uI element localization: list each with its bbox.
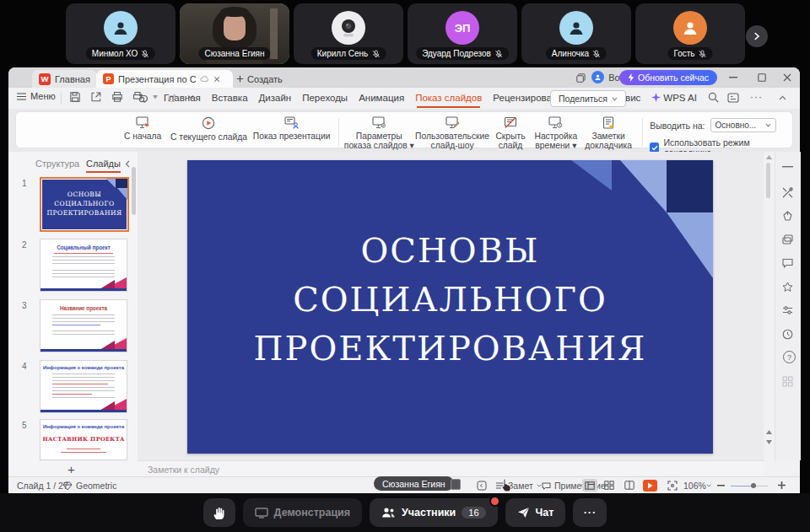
slide-number: 5 bbox=[22, 421, 27, 430]
zoom-out-icon[interactable] bbox=[717, 485, 725, 486]
menu-animation[interactable]: Анимация bbox=[359, 93, 404, 103]
main-menu-button[interactable]: Меню bbox=[17, 91, 56, 101]
tab-document[interactable]: P Презентация по Социальн bbox=[96, 70, 233, 88]
ribbon-show-presentation[interactable]: Показ презентации bbox=[251, 116, 333, 141]
more-options-button[interactable]: ··· bbox=[573, 498, 607, 527]
zoom-dropdown-icon[interactable] bbox=[706, 484, 711, 487]
save-icon[interactable] bbox=[69, 91, 81, 103]
wps-office-window: W Главная P Презентация по Социальн Созд… bbox=[8, 67, 800, 493]
close-window-icon[interactable] bbox=[783, 73, 791, 82]
next-slide-icon[interactable] bbox=[766, 440, 772, 444]
collapse-panel-icon[interactable] bbox=[125, 160, 130, 168]
panel-scrollbar[interactable] bbox=[132, 167, 136, 215]
sidebar-toggle-icon[interactable] bbox=[477, 481, 487, 491]
settings-sliders-icon[interactable] bbox=[782, 305, 793, 315]
menu-transitions[interactable]: Переходы bbox=[302, 93, 348, 103]
slide-thumbnail-3[interactable]: Название проекта bbox=[40, 299, 127, 352]
participant-tile-active-speaker[interactable]: Сюзанна Егиян bbox=[180, 3, 289, 64]
thumb-title: Название проекта bbox=[40, 305, 127, 311]
design-tools-icon[interactable] bbox=[782, 211, 793, 222]
output-monitor-select[interactable]: Основно... bbox=[710, 118, 776, 132]
participant-tile[interactable]: Алиночка bbox=[521, 3, 631, 64]
collapse-ribbon-icon[interactable] bbox=[779, 95, 786, 100]
next-participants-button[interactable] bbox=[746, 25, 768, 47]
undo-icon[interactable] bbox=[137, 91, 149, 103]
zoom-slider[interactable] bbox=[731, 486, 768, 487]
ribbon-slideshow-options[interactable]: Параметрыпоказа слайдов ▾ bbox=[344, 116, 414, 150]
share-button[interactable]: Поделиться bbox=[550, 90, 626, 107]
slide-thumbnail-4[interactable]: Информация о команде проекта bbox=[40, 360, 127, 413]
undo-dropdown-icon[interactable] bbox=[153, 95, 158, 99]
ribbon-hide-slide[interactable]: Скрытьслайд bbox=[490, 116, 530, 150]
ribbon-from-current[interactable]: С текущего слайда bbox=[167, 116, 250, 142]
chat-button[interactable]: Чат bbox=[505, 498, 566, 527]
close-tab-icon[interactable] bbox=[213, 76, 220, 83]
upgrade-button[interactable]: Обновить сейчас bbox=[619, 70, 717, 85]
slide-sorter-view-icon[interactable] bbox=[604, 481, 614, 490]
add-slide-button[interactable]: + bbox=[68, 462, 75, 476]
raise-hand-button[interactable] bbox=[203, 498, 235, 527]
fit-window-icon[interactable] bbox=[667, 481, 678, 491]
menu-wps-ai[interactable]: WPS AI bbox=[651, 93, 697, 103]
slide-canvas[interactable]: ОСНОВЫ СОЦИАЛЬНОГО ПРОЕКТИРОВАНИЯ bbox=[187, 160, 713, 454]
participants-button[interactable]: Участники 16 bbox=[370, 498, 497, 527]
menu-slideshow-active[interactable]: Показ слайдов bbox=[415, 93, 482, 103]
editor-scrollbar[interactable] bbox=[765, 152, 772, 460]
zoom-in-icon[interactable] bbox=[778, 481, 786, 489]
presentation-logo: P bbox=[103, 73, 114, 84]
export-icon[interactable] bbox=[90, 91, 102, 103]
notes-bar[interactable]: Заметки к слайду bbox=[138, 460, 764, 477]
participant-tile[interactable]: Гость bbox=[635, 3, 745, 64]
theme-icon[interactable] bbox=[62, 481, 73, 491]
menu-label: Меню bbox=[30, 91, 56, 101]
ribbon-speaker-notes[interactable]: Заметкидокладчика bbox=[581, 116, 635, 150]
help-icon[interactable]: ? bbox=[783, 351, 796, 363]
menu-insert[interactable]: Вставка bbox=[212, 93, 248, 103]
screen-share-button[interactable]: Демонстрация bbox=[243, 498, 362, 527]
menu-home[interactable]: Главная bbox=[164, 93, 201, 103]
zoom-slider-handle[interactable] bbox=[751, 483, 756, 488]
slide-thumbnail-2[interactable]: Социальный проект bbox=[40, 239, 127, 292]
prev-slide-icon[interactable] bbox=[766, 430, 772, 434]
reading-view-icon[interactable] bbox=[624, 481, 634, 490]
share-label: Поделиться bbox=[559, 94, 608, 104]
ribbon-from-beginning[interactable]: С начала bbox=[118, 116, 168, 141]
participant-tile[interactable]: Минмол ХО bbox=[66, 3, 176, 64]
chevron-down-icon bbox=[537, 484, 542, 487]
avatar-initials: ЭП bbox=[446, 11, 479, 45]
favorites-icon[interactable] bbox=[782, 282, 793, 293]
animation-pane-icon[interactable] bbox=[782, 187, 793, 198]
screen-record-icon[interactable] bbox=[727, 93, 739, 103]
tab-wps-home[interactable]: W Главная bbox=[32, 70, 97, 88]
search-icon[interactable] bbox=[708, 92, 719, 103]
menu-design[interactable]: Дизайн bbox=[259, 93, 292, 103]
tab-slides[interactable]: Слайды bbox=[86, 159, 121, 173]
view-normal-button[interactable] bbox=[582, 479, 597, 492]
comments-icon[interactable] bbox=[782, 258, 793, 268]
slideshow-play-button[interactable] bbox=[643, 480, 657, 492]
scroll-up-icon[interactable] bbox=[766, 155, 772, 159]
restore-icon[interactable] bbox=[758, 73, 766, 82]
ribbon-custom-slideshow[interactable]: Пользовательскиеслайд-шоу bbox=[414, 116, 491, 150]
more-tools-button[interactable]: ··· bbox=[750, 91, 763, 103]
window-switch-icon[interactable] bbox=[576, 73, 586, 83]
layers-icon[interactable] bbox=[782, 234, 793, 245]
mic-muted-icon bbox=[699, 50, 707, 58]
scrollbar-thumb[interactable] bbox=[766, 163, 770, 198]
ribbon-rehearse-timings[interactable]: Настройкавремени ▾ bbox=[531, 116, 581, 150]
slide-thumbnail-1-selected[interactable]: ОСНОВЫСОЦИАЛЬНОГОПРОЕКТИРОВАНИЯ bbox=[40, 177, 129, 232]
wps-logo: W bbox=[39, 73, 51, 85]
slide-title-line: ПРОЕКТИРОВАНИЯ bbox=[187, 324, 713, 373]
new-tab-button[interactable]: Создать bbox=[230, 70, 289, 88]
zoom-level[interactable]: 106% bbox=[683, 481, 706, 491]
participant-tile[interactable]: ЭП Эдуард Подрезов bbox=[408, 3, 517, 64]
print-icon[interactable] bbox=[111, 91, 123, 103]
apps-grid-icon[interactable] bbox=[782, 376, 793, 387]
participant-tile[interactable]: Кирилл Сень bbox=[294, 3, 403, 64]
minimize-icon[interactable] bbox=[729, 77, 737, 78]
theme-name[interactable]: Geometric bbox=[76, 481, 116, 491]
tab-outline[interactable]: Структура bbox=[35, 159, 79, 169]
collapse-rail-icon[interactable] bbox=[782, 165, 793, 168]
history-clock-icon[interactable] bbox=[782, 329, 793, 340]
slide-thumbnail-5[interactable]: Информация о команде проекта НАСТАВНИК П… bbox=[40, 419, 127, 460]
